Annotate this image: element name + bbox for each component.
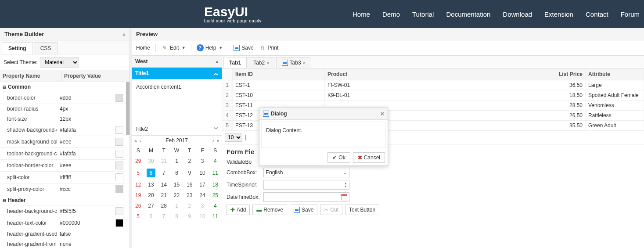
- property-row[interactable]: header-gradient-usedfalse: [0, 229, 126, 239]
- calendar-day[interactable]: 30: [144, 156, 157, 166]
- ok-button[interactable]: ✔Ok: [327, 152, 350, 163]
- property-row[interactable]: shadow-background-co#fafafa: [0, 124, 126, 136]
- table-row[interactable]: 2EST-10K9-DL-0118.50Spotted Adult Female: [222, 90, 644, 101]
- calendar-day[interactable]: 7: [158, 211, 170, 222]
- cal-prev[interactable]: «‹: [134, 138, 141, 143]
- col-product[interactable]: Product: [325, 68, 473, 80]
- calendar-day[interactable]: 3: [196, 201, 209, 211]
- calendar-day[interactable]: 8: [170, 211, 183, 222]
- calendar-day[interactable]: 29: [132, 156, 144, 166]
- nav-demo[interactable]: Demo: [382, 11, 400, 18]
- calendar-day[interactable]: 14: [158, 180, 170, 190]
- tab-tab3[interactable]: Tab3×: [276, 57, 311, 68]
- col-attribute[interactable]: Attribute: [586, 68, 644, 80]
- calendar-day[interactable]: 16: [183, 180, 196, 190]
- calendar-day[interactable]: 22: [170, 190, 183, 201]
- col-list-price[interactable]: List Price: [473, 68, 586, 80]
- calendar-icon[interactable]: [341, 194, 347, 200]
- calendar-day[interactable]: 3: [196, 156, 209, 166]
- property-row[interactable]: split-proxy-color#ccc: [0, 183, 126, 195]
- calendar-day[interactable]: 21: [158, 190, 170, 201]
- remove-button[interactable]: ▬Remove: [252, 205, 287, 215]
- calendar-day[interactable]: 19: [132, 190, 144, 201]
- nav-extension[interactable]: Extension: [544, 11, 573, 18]
- table-row[interactable]: 1EST-1FI-SW-0136.50Large: [222, 80, 644, 90]
- cut-button[interactable]: ✂Cut: [320, 205, 342, 215]
- calendar-day[interactable]: 5: [132, 211, 144, 222]
- calendar-day[interactable]: 20: [144, 190, 157, 201]
- cal-title[interactable]: Feb 2017: [165, 137, 188, 144]
- property-row[interactable]: header-gradient-fromnone: [0, 239, 126, 248]
- property-row[interactable]: mask-background-colo#eee: [0, 136, 126, 148]
- calendar-day[interactable]: 6: [144, 166, 157, 180]
- col-item-id[interactable]: Item ID: [233, 68, 325, 80]
- calendar-day[interactable]: 23: [183, 190, 196, 201]
- calendar-day[interactable]: 8: [170, 166, 183, 180]
- calendar-day[interactable]: 1: [170, 201, 183, 211]
- calendar-day[interactable]: 15: [170, 180, 183, 190]
- calendar-day[interactable]: 6: [144, 211, 157, 222]
- property-row[interactable]: border-radius4px: [0, 104, 126, 114]
- tab-setting[interactable]: Setting: [2, 42, 33, 54]
- cal-next[interactable]: ›»: [212, 138, 219, 143]
- calendar-day[interactable]: 4: [209, 201, 222, 211]
- calendar-day[interactable]: 11: [209, 211, 222, 222]
- nav-home[interactable]: Home: [353, 11, 370, 18]
- datetimebox-field[interactable]: [263, 192, 349, 202]
- calendar-day[interactable]: 11: [209, 166, 222, 180]
- scrollbar[interactable]: [126, 82, 130, 135]
- property-row[interactable]: font-size12px: [0, 114, 126, 124]
- property-row[interactable]: header-text-color#000000: [0, 217, 126, 229]
- nav-tutorial[interactable]: Tutorial: [412, 11, 434, 18]
- calendar-day[interactable]: 28: [158, 201, 170, 211]
- close-icon[interactable]: ×: [266, 60, 269, 65]
- spinner-buttons[interactable]: ▲▼: [344, 182, 347, 188]
- combobox-field[interactable]: English⌄: [263, 168, 349, 177]
- timespinner-field[interactable]: ▲▼: [263, 180, 349, 190]
- property-row[interactable]: toolbar-border-color#eee: [0, 160, 126, 172]
- close-icon[interactable]: ×: [303, 60, 306, 65]
- theme-select[interactable]: Material: [40, 57, 79, 68]
- property-row[interactable]: border-color#ddd: [0, 92, 126, 104]
- text-button[interactable]: Text Button: [345, 205, 379, 215]
- calendar-day[interactable]: 31: [158, 156, 170, 166]
- calendar-day[interactable]: 10: [196, 166, 209, 180]
- tb-save[interactable]: Save: [234, 45, 253, 51]
- tab-css[interactable]: CSS: [34, 42, 58, 54]
- accordion-title2[interactable]: Title2︾: [132, 123, 222, 135]
- nav-contact[interactable]: Contact: [586, 11, 608, 18]
- property-row[interactable]: toolbar-background-col#fafafa: [0, 148, 126, 160]
- calendar-day[interactable]: 9: [183, 166, 196, 180]
- tab-tab2[interactable]: Tab2×: [248, 57, 275, 68]
- property-group[interactable]: ⊟Common: [0, 82, 126, 92]
- property-group[interactable]: ⊟Header: [0, 195, 126, 205]
- add-button[interactable]: ✚Add: [227, 205, 250, 215]
- calendar-day[interactable]: 2: [183, 156, 196, 166]
- collapse-left-icon[interactable]: «: [216, 59, 218, 64]
- calendar-day[interactable]: 1: [170, 156, 183, 166]
- nav-download[interactable]: Download: [503, 11, 532, 18]
- calendar-day[interactable]: 25: [209, 190, 222, 201]
- calendar-day[interactable]: 26: [132, 201, 144, 211]
- tb-home[interactable]: Home: [136, 45, 150, 51]
- tab-tab1[interactable]: Tab1: [223, 57, 247, 68]
- calendar-day[interactable]: 2: [183, 201, 196, 211]
- nav-forum[interactable]: Forum: [621, 11, 640, 18]
- calendar-day[interactable]: 12: [132, 180, 144, 190]
- calendar-day[interactable]: 9: [183, 211, 196, 222]
- calendar-day[interactable]: 27: [144, 201, 157, 211]
- collapse-left-icon[interactable]: «: [122, 32, 125, 37]
- property-row[interactable]: split-color#ffffff: [0, 172, 126, 183]
- calendar-day[interactable]: 13: [144, 180, 157, 190]
- nav-documentation[interactable]: Documentation: [446, 11, 490, 18]
- close-icon[interactable]: ×: [381, 110, 384, 117]
- calendar-day[interactable]: 18: [209, 180, 222, 190]
- tb-edit[interactable]: ✎Edit▼: [161, 44, 186, 51]
- calendar-day[interactable]: 5: [132, 166, 144, 180]
- tb-help[interactable]: ?Help▼: [197, 44, 223, 51]
- calendar-day[interactable]: 10: [196, 211, 209, 222]
- calendar-day[interactable]: 4: [209, 156, 222, 166]
- property-row[interactable]: header-background-co#f5f5f5: [0, 205, 126, 217]
- tb-print[interactable]: ⎙Print: [259, 44, 279, 51]
- calendar-day[interactable]: 17: [196, 180, 209, 190]
